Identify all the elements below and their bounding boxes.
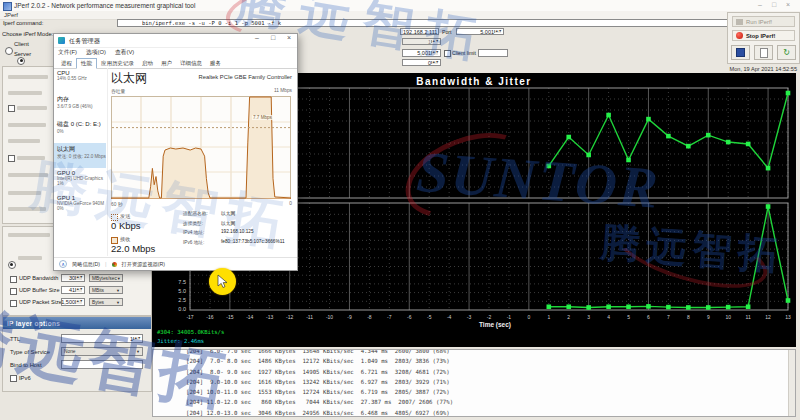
tm-sidebar-item[interactable]: 以太网发送: 0 接收: 22.0 Mbps xyxy=(54,143,106,168)
server-radio[interactable] xyxy=(17,57,25,65)
ipv6-checkbox[interactable] xyxy=(10,375,17,382)
copy-output-button[interactable] xyxy=(754,45,773,60)
spinner-arrows-icon[interactable]: ▲▼ xyxy=(75,276,82,280)
x-axis-tick-label: -10 xyxy=(326,314,333,320)
tm-tab-item[interactable]: 服务 xyxy=(206,59,225,68)
x-axis-tick-label: 1 xyxy=(547,314,550,320)
udp-option-unit: Bytes xyxy=(92,300,104,305)
data-point-marker xyxy=(586,305,591,310)
spinner-arrows-icon[interactable]: ▲▼ xyxy=(431,51,438,55)
tm-sidebar-item[interactable]: 磁盘 0 (C: D: E:)0% xyxy=(54,118,106,143)
spinner-arrows-icon[interactable]: ▲▼ xyxy=(494,30,501,34)
client-limit-checkbox[interactable] xyxy=(444,50,451,57)
run-iperf-button[interactable]: Run IPerf! xyxy=(732,16,795,27)
tm-tab-item[interactable]: 启动 xyxy=(138,59,157,68)
tm-info-value: 192.168.10.125 xyxy=(221,229,254,235)
save-button[interactable] xyxy=(731,45,750,60)
skeleton-row xyxy=(8,233,50,237)
tm-footer-left-link[interactable]: 简略信息(D) xyxy=(72,261,100,268)
legend-bandwidth: #304: 34005.0KBits/s xyxy=(157,329,224,335)
log-line: [204] 6.0- 7.0 sec 1666 KBytes 13648 KBi… xyxy=(186,349,453,356)
data-point-marker xyxy=(766,204,771,209)
app-icon xyxy=(3,2,12,11)
listen-port-spinner[interactable]: 5,001▲▼ xyxy=(402,49,441,57)
tm-sidebar-item[interactable]: CPU14% 0.55 GHz xyxy=(54,68,106,93)
ttl-spinner[interactable]: 1▲▼ xyxy=(61,334,143,343)
listen-port-value: 5,001 xyxy=(417,50,431,56)
tm-sidebar-item-sub: 0% xyxy=(57,129,106,134)
stop-iperf-button[interactable]: Stop IPerf! xyxy=(732,30,795,41)
tm-close-button[interactable]: × xyxy=(281,34,297,47)
tm-info-row: 连接类型:以太网 xyxy=(183,220,295,226)
restore-defaults-button[interactable]: ↻ xyxy=(777,45,796,60)
client-port-spinner[interactable]: 5,001▲▼ xyxy=(456,28,504,35)
tm-sidebar-item[interactable]: 内存3.6/7.9 GB (46%) xyxy=(54,93,106,118)
tos-dropdown[interactable]: None▼ xyxy=(61,347,143,356)
client-radio[interactable] xyxy=(5,47,13,55)
num-connections-spinner[interactable]: 0▲▼ xyxy=(402,59,441,66)
x-axis-tick-label: 10 xyxy=(725,314,731,320)
tm-maximize-button[interactable]: □ xyxy=(265,34,281,47)
tm-minimize-button[interactable]: – xyxy=(249,34,265,47)
spinner-arrows-icon[interactable]: ▲▼ xyxy=(75,300,82,304)
data-point-marker xyxy=(786,298,791,303)
minimize-button[interactable]: – xyxy=(758,1,762,8)
tm-sidebar-item-name: 内存 xyxy=(57,95,106,104)
tm-info-label: IPv6 地址: xyxy=(183,239,221,245)
ipv6-label: IPv6 xyxy=(19,375,31,381)
tm-menu-item[interactable]: 查看(V) xyxy=(115,48,134,57)
option-checkbox[interactable] xyxy=(8,155,15,162)
tm-tab-item[interactable]: 应用历史记录 xyxy=(97,59,138,68)
refresh-icon: ↻ xyxy=(783,49,790,57)
resource-monitor-icon xyxy=(112,262,117,267)
tm-menu-item[interactable]: 选项(O) xyxy=(86,48,106,57)
tm-sidebar-item[interactable]: GPU 0Intel(R) UHD Graphics1% xyxy=(54,168,106,193)
udp-option-unit-dropdown[interactable]: MBits▼ xyxy=(89,286,123,294)
udp-radio[interactable] xyxy=(8,261,16,269)
log-scrollbar[interactable] xyxy=(788,350,795,416)
udp-option-spinner[interactable]: 30▲▼ xyxy=(61,274,85,282)
udp-option-unit-dropdown[interactable]: Bytes▼ xyxy=(89,298,123,306)
server-address-field[interactable]: 192.168.2.111 xyxy=(400,28,439,35)
x-axis-tick-label: -9 xyxy=(347,314,352,320)
series-line xyxy=(549,207,788,308)
client-limit-field[interactable] xyxy=(478,49,508,57)
tm-window-label: 60 秒 xyxy=(111,201,122,207)
tm-tab-item[interactable]: 用户 xyxy=(157,59,176,68)
iperf-command-input[interactable] xyxy=(117,19,763,27)
data-point-marker xyxy=(547,164,552,169)
spinner-arrows-icon[interactable]: ▲▼ xyxy=(431,40,438,44)
output-log[interactable]: [204] 6.0- 7.0 sec 1666 KBytes 13648 KBi… xyxy=(152,349,796,417)
parallel-streams-spinner[interactable]: 1▲▼ xyxy=(402,38,441,45)
close-button[interactable]: × xyxy=(786,1,790,8)
tm-sidebar-item[interactable]: GPU 1NVIDIA GeForce 940M0% xyxy=(54,193,106,218)
udp-option-spinner[interactable]: 1,500▲▼ xyxy=(61,298,85,306)
x-axis-tick-label: 3 xyxy=(587,314,590,320)
udp-option-checkbox[interactable] xyxy=(10,276,17,283)
x-axis-tick-label: -13 xyxy=(266,314,273,320)
ip-options-header: IP layer options xyxy=(3,317,151,329)
tm-content: 以太网 Realtek PCIe GBE Family Controller 吞… xyxy=(107,68,296,256)
tm-tab-item[interactable]: 进程 xyxy=(57,59,76,68)
udp-option-unit-dropdown[interactable]: MBytes/sec▼ xyxy=(89,274,123,282)
option-checkbox[interactable] xyxy=(8,105,15,112)
menu-jperf[interactable]: JPerf xyxy=(4,12,18,18)
spinner-arrows-icon[interactable]: ▲▼ xyxy=(75,288,82,292)
udp-option-checkbox[interactable] xyxy=(10,300,17,307)
footer-divider: | xyxy=(105,261,107,267)
spinner-arrows-icon[interactable]: ▲▼ xyxy=(133,337,140,341)
tm-menu-item[interactable]: 文件(F) xyxy=(58,48,77,57)
tm-controller: Realtek PCIe GBE Family Controller xyxy=(199,74,292,80)
udp-option-unit: MBits xyxy=(92,288,104,293)
tm-tab-item[interactable]: 详细信息 xyxy=(176,59,206,68)
client-radio-label: Client xyxy=(14,41,29,47)
tm-titlebar[interactable]: 任务管理器 – □ × xyxy=(54,34,297,48)
udp-option-spinner[interactable]: 41▲▼ xyxy=(61,286,85,294)
x-axis-tick-label: -7 xyxy=(387,314,392,320)
client-limit-label: Client limit xyxy=(452,50,476,56)
bind-field[interactable] xyxy=(61,360,143,369)
spinner-arrows-icon[interactable]: ▲▼ xyxy=(431,61,438,65)
tm-footer-right-link[interactable]: 打开资源监视器(R) xyxy=(122,261,166,268)
maximize-button[interactable]: □ xyxy=(772,1,776,8)
udp-option-checkbox[interactable] xyxy=(10,288,17,295)
